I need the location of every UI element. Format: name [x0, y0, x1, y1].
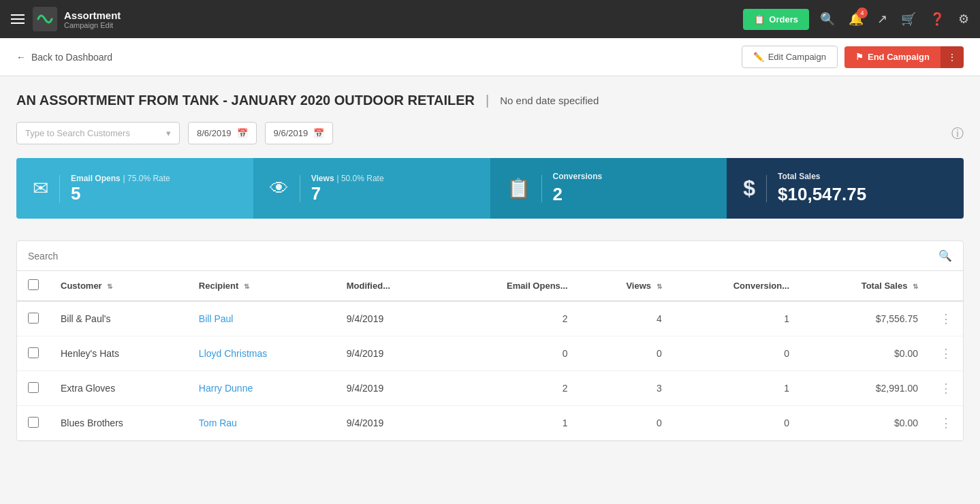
recipient-cell[interactable]: Harry Dunne — [188, 371, 336, 406]
table-search-input[interactable] — [28, 251, 938, 262]
notifications-icon[interactable]: 🔔 4 — [849, 12, 864, 27]
conversions-col-header[interactable]: Conversion... — [673, 271, 800, 301]
customer-col-header[interactable]: Customer ⇅ — [50, 271, 188, 301]
clipboard-icon: 📋 — [507, 177, 531, 200]
row-actions-cell: ⋮ — [929, 336, 963, 371]
conversions-cell: 0 — [673, 336, 800, 371]
conversions-card: 📋 Conversions 2 — [490, 158, 727, 219]
modified-cell: 9/4/2019 — [336, 336, 443, 371]
recipient-cell[interactable]: Lloyd Christmas — [188, 336, 336, 371]
cart-icon[interactable]: 🛒 — [901, 12, 916, 27]
end-campaign-button[interactable]: ⚑ End Campaign — [844, 46, 941, 68]
modified-col-header[interactable]: Modified... — [336, 271, 443, 301]
row-checkbox-cell — [17, 301, 50, 336]
total-sales-value: $10,547.75 — [778, 184, 866, 205]
brand-subtitle: Campaign Edit — [64, 21, 121, 29]
search-icon[interactable]: 🔍 — [820, 12, 835, 27]
calendar-icon: 📅 — [313, 128, 324, 138]
back-arrow-icon: ← — [16, 52, 26, 63]
modified-cell: 9/4/2019 — [336, 406, 443, 441]
customer-cell: Blues Brothers — [50, 406, 188, 441]
info-icon[interactable]: ⓘ — [951, 125, 964, 142]
row-actions-cell: ⋮ — [929, 371, 963, 406]
customer-sort-icon: ⇅ — [107, 283, 112, 290]
brand-info: Assortment Campaign Edit — [64, 10, 121, 29]
total-sales-col-header[interactable]: Total Sales ⇅ — [800, 271, 929, 301]
row-checkbox[interactable] — [28, 417, 39, 428]
table-search-icon: 🔍 — [938, 249, 952, 262]
views-col-header[interactable]: Views ⇅ — [579, 271, 673, 301]
back-to-dashboard-button[interactable]: ← Back to Dashboard — [16, 52, 112, 63]
conversions-label: Conversions — [553, 172, 603, 181]
actions-col-header — [929, 271, 963, 301]
pencil-icon: ✏️ — [753, 52, 764, 62]
eye-icon: 👁 — [270, 177, 289, 200]
recipient-sort-icon: ⇅ — [244, 283, 249, 290]
orders-button[interactable]: 📋 Orders — [743, 9, 809, 30]
customer-cell: Bill & Paul's — [50, 301, 188, 336]
customer-search-dropdown[interactable]: Type to Search Customers ▾ — [16, 122, 180, 144]
row-more-button[interactable]: ⋮ — [940, 347, 952, 360]
email-opens-cell: 1 — [443, 406, 578, 441]
recipient-cell[interactable]: Tom Rau — [188, 406, 336, 441]
row-checkbox-cell — [17, 371, 50, 406]
share-icon[interactable]: ↗ — [877, 12, 887, 27]
settings-icon[interactable]: ⚙ — [958, 12, 969, 27]
table-header-row: Customer ⇅ Recipient ⇅ Modified... Email… — [17, 271, 963, 301]
row-checkbox[interactable] — [28, 313, 39, 324]
total-sales-label: Total Sales — [778, 172, 866, 181]
customer-cell: Henley's Hats — [50, 336, 188, 371]
stats-row: ✉ Email Opens | 75.0% Rate 5 👁 Views | 5… — [16, 158, 964, 219]
row-checkbox[interactable] — [28, 382, 39, 393]
conversions-cell: 1 — [673, 371, 800, 406]
modified-cell: 9/4/2019 — [336, 301, 443, 336]
row-checkbox[interactable] — [28, 347, 39, 358]
views-value: 7 — [311, 183, 384, 204]
total-sales-cell: $2,991.00 — [800, 371, 929, 406]
table-row: Extra Gloves Harry Dunne 9/4/2019 2 3 1 … — [17, 371, 963, 406]
table-row: Blues Brothers Tom Rau 9/4/2019 1 0 0 $0… — [17, 406, 963, 441]
total-sales-cell: $7,556.75 — [800, 301, 929, 336]
campaign-title-row: AN ASSORTMENT FROM TANK - JANUARY 2020 O… — [16, 93, 964, 108]
recipient-cell[interactable]: Bill Paul — [188, 301, 336, 336]
total-sales-cell: $0.00 — [800, 406, 929, 441]
edit-campaign-button[interactable]: ✏️ Edit Campaign — [742, 46, 838, 68]
customer-search-placeholder: Type to Search Customers — [25, 128, 130, 138]
no-end-date: No end date specified — [500, 95, 599, 106]
total-sales-sort-icon: ⇅ — [913, 283, 918, 290]
email-opens-card: ✉ Email Opens | 75.0% Rate 5 — [16, 158, 253, 219]
views-sort-icon: ⇅ — [657, 283, 662, 290]
customers-table-section: 🔍 Customer ⇅ Recipient ⇅ — [16, 240, 964, 441]
customers-table: Customer ⇅ Recipient ⇅ Modified... Email… — [17, 271, 963, 441]
row-more-button[interactable]: ⋮ — [940, 416, 952, 430]
dollar-icon: $ — [743, 176, 755, 201]
conversions-value: 2 — [553, 184, 603, 205]
logo: Assortment Campaign Edit — [33, 7, 121, 31]
total-sales-cell: $0.00 — [800, 336, 929, 371]
hamburger-menu[interactable] — [11, 14, 25, 24]
help-icon[interactable]: ❓ — [930, 12, 945, 27]
recipient-col-header[interactable]: Recipient ⇅ — [188, 271, 336, 301]
select-all-checkbox[interactable] — [28, 279, 39, 290]
select-all-col — [17, 271, 50, 301]
notification-badge: 4 — [857, 7, 868, 18]
table-row: Henley's Hats Lloyd Christmas 9/4/2019 0… — [17, 336, 963, 371]
main-content: AN ASSORTMENT FROM TANK - JANUARY 2020 O… — [0, 76, 980, 441]
email-opens-cell: 0 — [443, 336, 578, 371]
row-checkbox-cell — [17, 336, 50, 371]
views-cell: 0 — [579, 406, 673, 441]
campaign-title: AN ASSORTMENT FROM TANK - JANUARY 2020 O… — [16, 93, 475, 108]
top-navigation: Assortment Campaign Edit 📋 Orders 🔍 🔔 4 … — [0, 0, 980, 38]
start-date-picker[interactable]: 8/6/2019 📅 — [188, 122, 257, 144]
row-more-button[interactable]: ⋮ — [940, 312, 952, 326]
dropdown-chevron-icon: ▾ — [166, 128, 171, 138]
row-more-button[interactable]: ⋮ — [940, 381, 952, 395]
email-opens-value: 5 — [71, 183, 170, 204]
brand-name: Assortment — [64, 10, 121, 21]
end-campaign-dropdown-button[interactable]: ⋮ — [941, 46, 964, 68]
row-actions-cell: ⋮ — [929, 301, 963, 336]
email-opens-col-header[interactable]: Email Opens... — [443, 271, 578, 301]
views-cell: 4 — [579, 301, 673, 336]
end-date-picker[interactable]: 9/6/2019 📅 — [265, 122, 334, 144]
end-campaign-group: ⚑ End Campaign ⋮ — [844, 46, 964, 68]
